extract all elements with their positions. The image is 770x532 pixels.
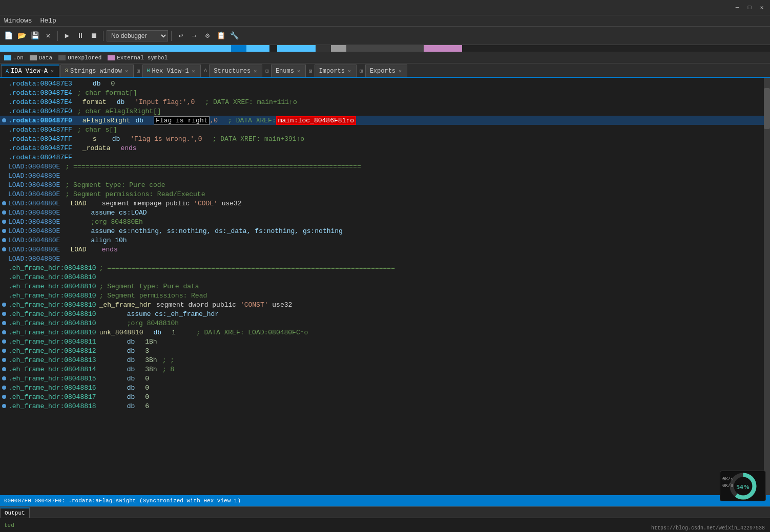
tab-hex-view[interactable]: H Hex View-1 ✕ bbox=[142, 65, 201, 77]
menu-windows[interactable]: Windows bbox=[4, 17, 32, 25]
code-val: 3Bh bbox=[145, 356, 157, 364]
tab-exports[interactable]: Exports ✕ bbox=[365, 65, 407, 77]
code-label: unk_8048810 bbox=[99, 329, 143, 336]
code-addr: .eh_frame_hdr:08048810 bbox=[8, 310, 96, 318]
code-instr: assume cs:_eh_frame_hdr bbox=[127, 310, 219, 318]
tab-strings[interactable]: S Strings window ✕ bbox=[60, 65, 134, 77]
status-text: 000007F0 080487F0: .rodata:aFlagIsRight … bbox=[4, 498, 241, 504]
toolbar-misc1[interactable]: ⚙ bbox=[201, 30, 214, 42]
tab-hex-close[interactable]: ✕ bbox=[191, 68, 196, 74]
tab-exports-close[interactable]: ✕ bbox=[398, 68, 403, 74]
menu-help[interactable]: Help bbox=[40, 17, 56, 25]
tab-ida-label: IDA View-A bbox=[11, 68, 48, 75]
code-addr: .eh_frame_hdr:08048810 bbox=[8, 320, 96, 327]
bottom-tab[interactable]: Output bbox=[0, 507, 30, 518]
code-addr: .eh_frame_hdr:08048810 bbox=[8, 264, 96, 272]
code-label: format bbox=[82, 98, 107, 106]
code-instr: db bbox=[127, 347, 135, 355]
code-line: LOAD:0804880E ; ========================… bbox=[0, 162, 764, 171]
code-line: .eh_frame_hdr:08048813 db 3Bh ; ; bbox=[0, 355, 764, 365]
legend-on-label: .on bbox=[13, 55, 24, 61]
code-line: LOAD:0804880E ;org 804880Eh bbox=[0, 217, 764, 226]
tab-structures-label: Structures bbox=[214, 68, 251, 75]
legend-data-label: Data bbox=[39, 55, 52, 61]
code-addr: .eh_frame_hdr:08048818 bbox=[8, 402, 96, 410]
code-line: LOAD:0804880E LOAD segment mempage publi… bbox=[0, 199, 764, 208]
code-line: .eh_frame_hdr:08048812 db 3 bbox=[0, 346, 764, 355]
legend-bar: .on Data Unexplored External symbol bbox=[0, 52, 770, 63]
code-instr: db bbox=[127, 384, 135, 392]
scrollbar-thumb[interactable] bbox=[764, 88, 770, 129]
toolbar-open[interactable]: 📂 bbox=[15, 30, 28, 42]
sep2 bbox=[103, 31, 103, 41]
tab-imports-close[interactable]: ✕ bbox=[347, 68, 352, 74]
code-addr: .eh_frame_hdr:08048814 bbox=[8, 366, 96, 373]
legend-data-color bbox=[30, 55, 37, 60]
code-label: _eh_frame_hdr bbox=[99, 301, 151, 309]
toolbar-stop[interactable]: ⏹ bbox=[88, 30, 100, 42]
code-line: .rodata:080487E3 db 0 bbox=[0, 79, 764, 88]
tab-hex-label: Hex View-1 bbox=[152, 68, 189, 75]
tab-strings-close[interactable]: ✕ bbox=[124, 68, 129, 74]
close-button[interactable]: ✕ bbox=[758, 4, 766, 12]
code-val: 3 bbox=[145, 347, 149, 355]
code-addr: .eh_frame_hdr:08048810 bbox=[8, 301, 96, 309]
nav-seg-3 bbox=[246, 45, 269, 52]
code-addr: LOAD:0804880E bbox=[8, 246, 60, 253]
code-instr: db bbox=[117, 98, 125, 106]
code-addr: .rodata:080487F0 bbox=[8, 108, 72, 115]
code-string: 'Input flag:',0 bbox=[135, 98, 195, 106]
code-line: LOAD:0804880E assume es:nothing, ss:noth… bbox=[0, 226, 764, 236]
toolbar-x[interactable]: ✕ bbox=[42, 30, 54, 42]
tab-struct-sep: A bbox=[202, 65, 210, 77]
nav-seg-4 bbox=[269, 45, 277, 52]
nav-seg-5 bbox=[277, 45, 316, 52]
nav-seg-2 bbox=[231, 45, 246, 52]
toolbar-misc2[interactable]: 📋 bbox=[215, 30, 227, 42]
tab-enums-close[interactable]: ✕ bbox=[296, 68, 301, 74]
code-addr: .rodata:080487E3 bbox=[8, 80, 72, 88]
tab-imports[interactable]: Imports ✕ bbox=[315, 65, 357, 77]
bottom-tab-bar: Output bbox=[0, 507, 770, 518]
toolbar-new[interactable]: 📄 bbox=[2, 30, 14, 42]
tab-exports-sep: ⊞ bbox=[358, 65, 365, 77]
menu-bar: Windows Help bbox=[0, 15, 770, 27]
tab-enums-label: Enums bbox=[276, 68, 294, 75]
toolbar-next[interactable]: → bbox=[188, 30, 200, 42]
code-line: .eh_frame_hdr:08048814 db 38h ; 8 bbox=[0, 365, 764, 374]
tab-structures-close[interactable]: ✕ bbox=[253, 68, 258, 74]
code-comment: ;org 8048810h bbox=[127, 320, 179, 327]
tab-enums[interactable]: Enums ✕ bbox=[271, 65, 306, 77]
legend-data: Data bbox=[30, 55, 52, 61]
maximize-button[interactable]: □ bbox=[745, 4, 754, 12]
tab-ida-view[interactable]: A IDA View-A ✕ bbox=[1, 65, 59, 77]
tab-ida-close[interactable]: ✕ bbox=[50, 68, 55, 74]
code-instr: db bbox=[127, 402, 135, 410]
code-line: .rodata:080487E4 ; char format[] bbox=[0, 88, 764, 97]
bottom-status: ted bbox=[4, 522, 14, 528]
code-addr: .eh_frame_hdr:08048812 bbox=[8, 347, 96, 355]
code-flag-box: Flag is right bbox=[154, 117, 210, 124]
toolbar-save[interactable]: 💾 bbox=[29, 30, 41, 42]
code-val: 6 bbox=[145, 402, 149, 410]
toolbar-misc3[interactable]: 🔧 bbox=[228, 30, 240, 42]
code-label: LOAD bbox=[70, 246, 86, 253]
toolbar-run[interactable]: ▶ bbox=[61, 30, 73, 42]
minimize-button[interactable]: ─ bbox=[733, 4, 741, 12]
bottom-tab-label: Output bbox=[5, 510, 25, 516]
code-addr: LOAD:0804880E bbox=[8, 190, 60, 198]
code-area[interactable]: .rodata:080487E3 db 0 .rodata:080487E4 ;… bbox=[0, 78, 764, 495]
nav-bar bbox=[0, 45, 770, 52]
code-label: aFlagIsRight bbox=[82, 117, 131, 124]
tab-structures[interactable]: Structures ✕ bbox=[209, 65, 262, 77]
code-comment: ; ======================================… bbox=[65, 163, 361, 171]
scrollbar[interactable] bbox=[764, 78, 770, 495]
code-instr: assume cs:LOAD bbox=[91, 209, 147, 217]
window-controls: ─ □ ✕ bbox=[733, 4, 766, 12]
tab-strings-icon: S bbox=[65, 68, 68, 74]
debugger-select[interactable]: No debugger bbox=[107, 30, 168, 41]
code-instr: align 10h bbox=[91, 237, 127, 244]
toolbar-step[interactable]: ↩ bbox=[175, 30, 187, 42]
legend-unexplored-label: Unexplored bbox=[68, 55, 101, 61]
toolbar-pause[interactable]: ⏸ bbox=[74, 30, 87, 42]
